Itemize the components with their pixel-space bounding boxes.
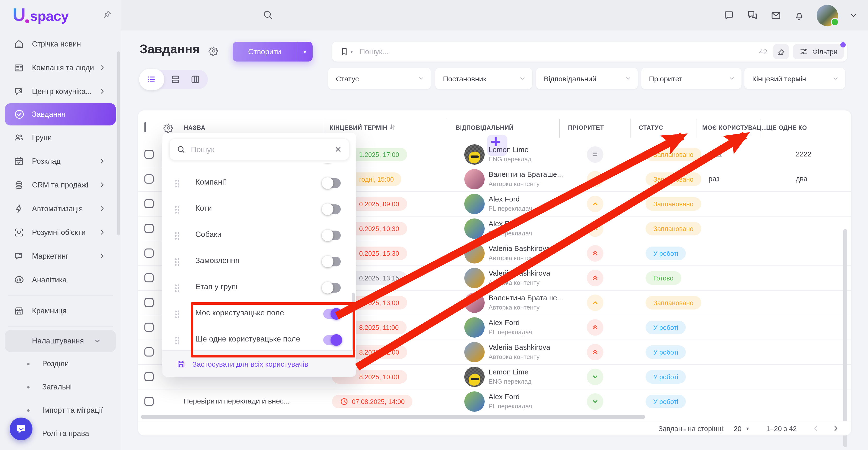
mail-icon[interactable] bbox=[770, 9, 782, 21]
view-board-button[interactable] bbox=[170, 70, 181, 89]
tasks-search-placeholder[interactable]: Пошук... bbox=[360, 47, 759, 56]
sidebar-item-налаштування[interactable]: Налаштування bbox=[5, 330, 116, 352]
priority-icon[interactable] bbox=[587, 270, 603, 286]
assignee-avatar[interactable] bbox=[464, 342, 485, 362]
column-header-3[interactable]: ПРІОРИТЕТ bbox=[568, 125, 604, 131]
next-page-button[interactable] bbox=[832, 425, 839, 432]
priority-icon[interactable] bbox=[587, 220, 603, 237]
clear-search-eraser-icon[interactable] bbox=[773, 44, 789, 59]
status-badge[interactable]: У роботі bbox=[646, 395, 686, 408]
field-toggle[interactable] bbox=[323, 335, 341, 345]
assignee-name[interactable]: Валентина Браташе... bbox=[489, 293, 563, 302]
bell-icon[interactable] bbox=[794, 9, 805, 21]
table-horizontal-scrollbar[interactable] bbox=[141, 415, 645, 419]
field-toggle[interactable] bbox=[323, 178, 341, 188]
create-dropdown-caret-icon[interactable]: ▼ bbox=[297, 49, 313, 55]
support-chat-fab[interactable] bbox=[10, 418, 32, 440]
comment-icon[interactable] bbox=[723, 9, 735, 21]
chats-icon[interactable] bbox=[746, 9, 758, 21]
filter-chip-пріоритет[interactable]: Пріоритет bbox=[641, 68, 742, 89]
field-toggle[interactable] bbox=[323, 309, 341, 319]
drag-handle-icon[interactable] bbox=[175, 205, 180, 214]
status-badge[interactable]: У роботі bbox=[646, 370, 686, 384]
user-avatar[interactable] bbox=[817, 5, 838, 26]
status-badge[interactable]: Заплановано bbox=[646, 296, 701, 310]
column-header-5[interactable]: МОЄ КОРИСТУВАЦ... bbox=[702, 125, 767, 131]
sidebar-item-маркетинг[interactable]: Маркетинг bbox=[0, 244, 121, 268]
global-search-icon[interactable] bbox=[262, 9, 273, 20]
row-checkbox[interactable] bbox=[145, 224, 154, 233]
sidebar-item-компанія-та-люди[interactable]: Компанія та люди bbox=[0, 56, 121, 79]
sidebar-item-центр-комуніка-[interactable]: Центр комуніка... bbox=[0, 79, 121, 103]
prev-page-button[interactable] bbox=[812, 425, 819, 432]
table-vertical-scrollbar[interactable] bbox=[843, 229, 847, 447]
sidebar-item-аналітика[interactable]: Аналітика bbox=[0, 268, 121, 292]
priority-icon[interactable] bbox=[587, 171, 603, 188]
task-name[interactable]: Перевірити переклади й внес... bbox=[184, 397, 289, 405]
column-header-4[interactable]: СТАТУС bbox=[639, 125, 663, 131]
view-list-button[interactable] bbox=[139, 69, 164, 90]
status-badge[interactable]: Заплановано bbox=[646, 172, 701, 186]
assignee-name[interactable]: Alex Ford bbox=[489, 318, 520, 326]
row-checkbox[interactable] bbox=[145, 372, 154, 381]
assignee-avatar[interactable] bbox=[464, 293, 485, 313]
status-badge[interactable]: Заплановано bbox=[646, 197, 701, 211]
column-header-6[interactable]: ЩЕ ОДНЕ КО bbox=[766, 125, 807, 131]
row-checkbox[interactable] bbox=[145, 199, 154, 208]
assignee-avatar[interactable] bbox=[464, 243, 485, 263]
field-toggle[interactable] bbox=[323, 257, 341, 266]
sidebar-item-групи[interactable]: Групи bbox=[0, 125, 121, 149]
priority-icon[interactable] bbox=[587, 368, 603, 385]
assignee-name[interactable]: Alex Ford bbox=[489, 219, 520, 228]
status-badge[interactable]: У роботі bbox=[646, 321, 686, 334]
apply-for-all-link[interactable]: Застосувати для всіх користувачів bbox=[192, 360, 308, 368]
row-checkbox[interactable] bbox=[145, 323, 154, 332]
assignee-name[interactable]: Valeriia Bashkirova bbox=[489, 244, 550, 252]
sidebar-item-автоматизація[interactable]: Автоматизація bbox=[0, 197, 121, 220]
filter-chip-статус[interactable]: Статус bbox=[328, 68, 431, 89]
assignee-avatar[interactable] bbox=[464, 194, 485, 214]
status-badge[interactable]: Заплановано bbox=[646, 148, 701, 161]
sort-icon[interactable] bbox=[388, 123, 397, 131]
priority-icon[interactable] bbox=[587, 196, 603, 212]
per-page-select[interactable]: 20 ▼ bbox=[734, 424, 750, 432]
sidebar-item-завдання[interactable]: Завдання bbox=[5, 103, 116, 125]
row-checkbox[interactable] bbox=[145, 397, 154, 406]
row-checkbox[interactable] bbox=[145, 273, 154, 282]
assignee-name[interactable]: Valeriia Bashkirova bbox=[489, 343, 550, 351]
row-checkbox[interactable] bbox=[145, 347, 154, 356]
filters-button[interactable]: Фільтри bbox=[793, 44, 844, 59]
assignee-avatar[interactable] bbox=[464, 219, 485, 239]
sidebar-scrollbar[interactable] bbox=[117, 51, 120, 235]
row-checkbox[interactable] bbox=[145, 174, 154, 184]
drag-handle-icon[interactable] bbox=[175, 179, 180, 188]
row-checkbox[interactable] bbox=[145, 150, 154, 159]
sidebar-item-розклад[interactable]: Розклад bbox=[0, 149, 121, 173]
bookmark-icon[interactable]: ▾ bbox=[340, 47, 353, 56]
create-button[interactable]: Створити ▼ bbox=[232, 42, 313, 62]
status-badge[interactable]: У роботі bbox=[646, 247, 686, 260]
priority-icon[interactable] bbox=[587, 344, 603, 360]
row-checkbox[interactable] bbox=[145, 298, 154, 307]
filter-chip-постановник[interactable]: Постановник bbox=[435, 68, 532, 89]
drag-handle-icon[interactable] bbox=[175, 284, 180, 292]
priority-icon[interactable] bbox=[587, 245, 603, 262]
field-toggle[interactable] bbox=[323, 204, 341, 214]
assignee-avatar[interactable] bbox=[464, 268, 485, 288]
drag-handle-icon[interactable] bbox=[175, 310, 180, 318]
priority-icon[interactable]: = bbox=[587, 146, 603, 163]
column-header-2[interactable]: ВІДПОВІДАЛЬНИЙ bbox=[456, 125, 514, 131]
assignee-avatar[interactable] bbox=[464, 169, 485, 189]
assignee-avatar[interactable] bbox=[464, 391, 485, 412]
drag-handle-icon[interactable] bbox=[175, 231, 180, 240]
tasks-search-bar[interactable]: ▾ Пошук... 42 Фільтри bbox=[332, 42, 847, 62]
drag-handle-icon[interactable] bbox=[175, 336, 180, 344]
column-header-0[interactable]: НАЗВА bbox=[184, 125, 206, 131]
sidebar-subitem-розділи[interactable]: Розділи bbox=[0, 352, 121, 376]
assignee-name[interactable]: Valeriia Bashkirova bbox=[489, 269, 550, 277]
select-all-checkbox[interactable] bbox=[145, 122, 146, 132]
status-badge[interactable]: Готово bbox=[646, 271, 681, 285]
pin-sidebar-icon[interactable] bbox=[102, 10, 112, 20]
assignee-avatar[interactable] bbox=[464, 317, 485, 338]
panel-search-clear-icon[interactable] bbox=[334, 145, 342, 154]
